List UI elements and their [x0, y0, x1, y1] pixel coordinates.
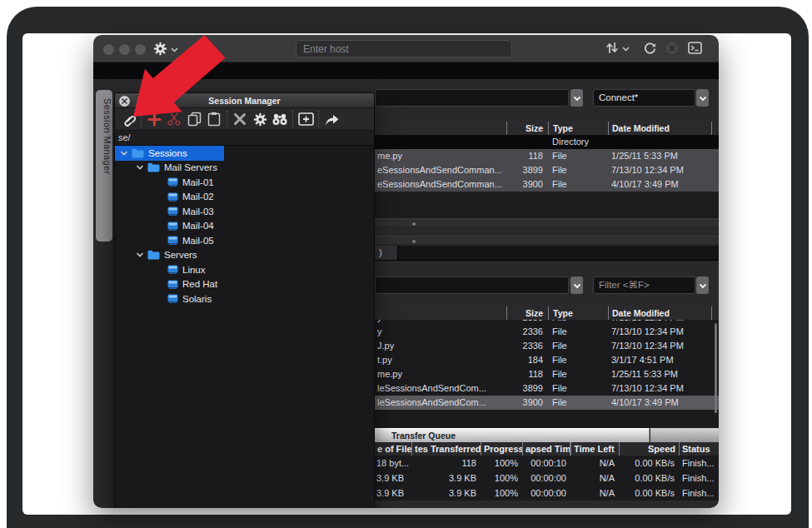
session-manager-side-tab[interactable]: Session Manager — [96, 90, 112, 242]
refresh-button[interactable] — [643, 42, 657, 57]
remote-address-input[interactable] — [375, 89, 569, 107]
session-tree-label: Mail-01 — [182, 177, 214, 187]
session-tree-label: Red Hat — [182, 279, 217, 289]
host-input[interactable] — [296, 40, 512, 57]
toolbar-copy-pages-button[interactable] — [184, 110, 204, 128]
file-row[interactable]: me.py118File1/25/11 5:33 PM — [375, 149, 719, 163]
session-tree-item-mail-03[interactable]: Mail-03 — [115, 204, 374, 219]
column-header-row[interactable]: e of Filetes TransferredProgressapsed Ti… — [375, 442, 719, 456]
session-tree-item-red-hat[interactable]: Red Hat — [115, 277, 374, 292]
file-row[interactable]: leSessionsAndSendCom...3900File4/10/17 3… — [375, 396, 719, 410]
vertical-scrollbar[interactable] — [715, 323, 717, 413]
cell: 00:00:10 — [522, 456, 570, 471]
cell: 3.9 KB — [375, 486, 411, 501]
app-menu-button[interactable] — [153, 42, 178, 57]
toolbar-properties-gear-button[interactable] — [250, 110, 270, 128]
session-icon — [167, 236, 178, 245]
splitter-handle[interactable] — [375, 218, 719, 227]
filter-dropdown-button[interactable] — [696, 276, 709, 294]
cell: Finish... — [679, 486, 719, 501]
session-tree-item-servers[interactable]: Servers — [115, 248, 374, 263]
remote-address-dropdown-button[interactable] — [570, 89, 583, 107]
disconnect-button[interactable] — [665, 42, 679, 57]
session-tree-item-sessions[interactable]: Sessions — [115, 146, 224, 161]
cell: Time Left — [570, 442, 619, 456]
session-tree-item-mail-servers[interactable]: Mail Servers — [115, 161, 374, 176]
file-row[interactable]: Directory — [375, 135, 719, 149]
cell: 4/10/17 3:49 PM — [608, 396, 712, 410]
session-tree-item-mail-02[interactable]: Mail-02 — [115, 190, 374, 205]
cell: 3.9 KB — [411, 486, 481, 501]
chevron-down-icon — [699, 281, 707, 291]
cell: Size — [506, 306, 548, 320]
column-header-row[interactable]: SizeTypeDate Modified — [375, 306, 719, 320]
folder-icon — [147, 250, 160, 260]
toolbar-paste-clipboard-button[interactable] — [204, 110, 224, 128]
chevron-expanded-icon[interactable] — [136, 251, 144, 259]
session-tree-item-mail-04[interactable]: Mail-04 — [115, 219, 374, 234]
file-row[interactable]: t.py184File3/1/17 4:51 PM — [375, 353, 719, 367]
toolbar-cut-scissors-button[interactable] — [164, 110, 184, 128]
session-tree-item-mail-05[interactable]: Mail-05 — [115, 233, 374, 248]
cell: leSessionsAndSendCom... — [375, 396, 506, 410]
connect-dropdown-button[interactable] — [696, 89, 709, 107]
cell: 7/13/10 12:34 PM — [608, 339, 712, 353]
local-shell-button[interactable] — [688, 42, 702, 56]
toolbar-divider — [318, 111, 319, 127]
splitter-handle[interactable] — [375, 236, 719, 245]
transfer-button[interactable] — [605, 42, 630, 56]
chevron-expanded-icon[interactable] — [136, 163, 144, 172]
file-row[interactable]: y2336File7/13/10 12:34 PM — [375, 325, 719, 339]
filter-dropdown[interactable]: Filter <⌘F> — [593, 276, 695, 294]
traffic-light-zoom[interactable] — [135, 44, 146, 55]
transfer-row[interactable]: 18 byt...118100%00:00:10N/A0.00 KB/sFini… — [375, 456, 719, 471]
local-path-dropdown-button[interactable] — [570, 276, 583, 294]
chevron-down-icon — [573, 93, 581, 103]
session-tree-item-mail-01[interactable]: Mail-01 — [115, 175, 374, 190]
close-panel-button[interactable] — [119, 96, 130, 107]
transfer-queue-tab[interactable]: Transfer Queue — [375, 428, 650, 442]
toolbar-divider — [227, 111, 227, 127]
chevron-down-icon — [622, 47, 630, 52]
disconnect-icon — [665, 42, 679, 57]
file-row[interactable]: J.py2336File7/13/10 12:34 PM — [375, 339, 719, 353]
file-row[interactable]: eSessionsAndSendComman...3899File7/13/10… — [375, 163, 719, 177]
connect-dropdown[interactable]: Connect* — [593, 89, 695, 107]
cell: 0.00 KB/s — [619, 456, 679, 471]
terminal-icon — [688, 42, 702, 56]
cell: Finish... — [679, 456, 719, 471]
traffic-light-close[interactable] — [103, 44, 114, 55]
cell: File — [548, 353, 608, 367]
traffic-light-minimize[interactable] — [119, 44, 130, 55]
cell: 1/25/11 5:33 PM — [608, 149, 712, 163]
session-tree-item-linux[interactable]: Linux — [115, 262, 374, 277]
toolbar-new-folder-button[interactable] — [296, 110, 316, 128]
toolbar-find-binoculars-button[interactable] — [270, 110, 290, 128]
cell: 2336 — [506, 325, 548, 339]
cell: 7/13/10 12:34 PM — [608, 163, 712, 177]
column-header-row[interactable]: SizeTypeDate Modified — [375, 122, 719, 135]
transfer-queue-tab-label: Transfer Queue — [375, 429, 649, 443]
file-row[interactable]: leSessionsAndSendCom...3899File7/13/10 1… — [375, 381, 719, 396]
file-row[interactable]: me.py118File1/25/11 5:33 PM — [375, 367, 719, 381]
session-tree-item-solaris[interactable]: Solaris — [115, 291, 374, 306]
cell: leSessionsAndSendCom... — [375, 381, 506, 396]
toolbar-share-arrow-button[interactable] — [321, 110, 341, 128]
session-manager-toolbar — [115, 108, 374, 131]
toolbar-new-plus-button[interactable] — [144, 110, 164, 128]
toolbar-connect-link-button[interactable] — [118, 110, 138, 128]
remote-file-list: SizeTypeDate Modified Directoryme.py118F… — [375, 122, 719, 218]
transfer-row[interactable]: 3.9 KB3.9 KB100%00:00:00N/A0.00 KB/sFini… — [375, 486, 719, 501]
folder-icon — [132, 148, 144, 158]
cell: 00:00:00 — [522, 486, 570, 501]
toolbar-delete-x-button[interactable] — [230, 110, 250, 128]
session-filter-input[interactable]: se/ — [115, 131, 374, 146]
close-icon — [119, 96, 130, 107]
chevron-expanded-icon[interactable] — [120, 149, 128, 157]
local-path-input[interactable] — [375, 276, 569, 294]
session-tree-label: Mail Servers — [164, 162, 217, 172]
session-icon — [167, 207, 178, 216]
local-tab[interactable]: ) — [375, 246, 398, 260]
file-row[interactable]: eSessionsAndSendComman...3900File4/10/17… — [375, 177, 719, 192]
transfer-row[interactable]: 3.9 KB3.9 KB100%00:00:00N/A0.00 KB/sFini… — [375, 471, 719, 486]
